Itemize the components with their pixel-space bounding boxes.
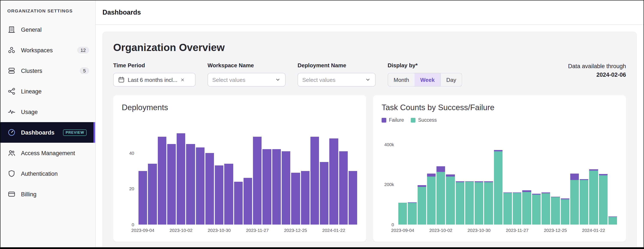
bar[interactable]: [244, 126, 252, 224]
legend-item-success[interactable]: Success: [411, 118, 437, 122]
bar-segment-failure: [522, 190, 531, 192]
bar-segment-deployments: [244, 178, 252, 224]
filter-label: Time Period: [113, 62, 196, 68]
bar[interactable]: [599, 136, 608, 224]
sidebar-item-label: Access Management: [21, 150, 75, 156]
bar-segment-success: [542, 193, 550, 224]
bar[interactable]: [532, 136, 541, 224]
bar[interactable]: [253, 126, 262, 224]
bar[interactable]: [215, 126, 224, 224]
lineage-icon: [7, 87, 16, 96]
y-axis: 02040: [122, 126, 138, 224]
y-tick-label: 0: [132, 222, 134, 227]
bar[interactable]: [224, 126, 233, 224]
bar[interactable]: [301, 126, 310, 224]
x-tick-label: 2023-09-04: [391, 228, 414, 233]
bar[interactable]: [503, 136, 512, 224]
bar[interactable]: [262, 126, 272, 224]
bar-segment-failure: [427, 173, 436, 176]
bar-segment-deployments: [339, 151, 348, 224]
chevron-down-icon: [275, 77, 281, 83]
bar[interactable]: [551, 136, 560, 224]
sidebar-item-authentication[interactable]: Authentication: [0, 163, 95, 184]
bar-segment-deployments: [167, 144, 176, 224]
bar[interactable]: [570, 136, 579, 224]
bar[interactable]: [456, 136, 464, 224]
bar[interactable]: [494, 136, 502, 224]
clear-icon[interactable]: ×: [180, 76, 184, 83]
bar-segment-deployments: [224, 164, 233, 224]
sidebar-section-title: ORGANIZATION SETTINGS: [0, 6, 95, 19]
bar[interactable]: [408, 136, 417, 224]
bar[interactable]: [291, 126, 300, 224]
bar[interactable]: [475, 136, 484, 224]
bar[interactable]: [513, 136, 522, 224]
sidebar-item-lineage[interactable]: Lineage: [0, 81, 95, 102]
sidebar-item-access-management[interactable]: Access Management: [0, 143, 95, 163]
bar-segment-deployments: [196, 148, 204, 224]
display-by-day-button[interactable]: Day: [440, 73, 462, 86]
workspace-select[interactable]: Select values: [208, 73, 286, 86]
bar[interactable]: [148, 126, 157, 224]
sidebar-item-workspaces[interactable]: Workspaces 12: [0, 40, 95, 60]
bar[interactable]: [542, 136, 550, 224]
bar-segment-success: [503, 193, 512, 224]
bar[interactable]: [436, 136, 445, 224]
task-counts-chart-card: Task Counts by Success/Failure FailureSu…: [373, 95, 626, 242]
bar-segment-success: [570, 180, 579, 224]
bar[interactable]: [177, 126, 186, 224]
bar[interactable]: [186, 126, 195, 224]
bar[interactable]: [560, 136, 570, 224]
bar[interactable]: [522, 136, 531, 224]
bar-segment-success: [475, 182, 484, 225]
legend-swatch: [411, 118, 416, 122]
bar[interactable]: [608, 136, 617, 224]
bar[interactable]: [589, 136, 598, 224]
bar[interactable]: [196, 126, 204, 224]
bar[interactable]: [446, 136, 455, 224]
bar[interactable]: [484, 136, 493, 224]
bar-segment-failure: [418, 185, 426, 187]
sidebar-item-billing[interactable]: Billing: [0, 184, 95, 204]
bar[interactable]: [320, 126, 329, 224]
bar-segment-success: [589, 170, 598, 224]
x-tick-label: 2023-10-02: [430, 228, 452, 233]
bar[interactable]: [158, 126, 166, 224]
bar[interactable]: [310, 126, 319, 224]
legend-item-failure[interactable]: Failure: [382, 118, 404, 122]
bar[interactable]: [580, 136, 588, 224]
task-counts-plot: [398, 136, 618, 224]
workspaces-icon: [7, 46, 16, 54]
bar[interactable]: [427, 136, 436, 224]
users-icon: [7, 149, 16, 157]
clusters-count-badge: 5: [80, 67, 89, 74]
deployment-select[interactable]: Select values: [298, 73, 376, 86]
bar-segment-success: [427, 176, 436, 224]
x-tick-label: 2024-01-22: [582, 228, 605, 233]
sidebar-item-dashboards[interactable]: Dashboards PREVIEW: [0, 122, 95, 143]
bar[interactable]: [282, 126, 290, 224]
bar[interactable]: [339, 126, 348, 224]
bar[interactable]: [138, 126, 147, 224]
sidebar-item-general[interactable]: General: [0, 19, 95, 40]
bar[interactable]: [234, 126, 243, 224]
display-by-month-button[interactable]: Month: [388, 73, 414, 86]
bar[interactable]: [418, 136, 426, 224]
bar-segment-failure: [570, 173, 579, 180]
bar[interactable]: [330, 126, 338, 224]
bar[interactable]: [398, 136, 407, 224]
time-period-input[interactable]: Last 6 months incl... ×: [113, 73, 196, 86]
display-by-week-button[interactable]: Week: [414, 73, 440, 86]
bar[interactable]: [272, 126, 281, 224]
sidebar-item-clusters[interactable]: Clusters 5: [0, 60, 95, 81]
bar-segment-success: [465, 182, 474, 224]
sidebar-item-usage[interactable]: Usage: [0, 102, 95, 122]
task-counts-chart: 0200k400k 2023-09-042023-10-022023-10-30…: [382, 136, 618, 234]
bar[interactable]: [465, 136, 474, 224]
bar[interactable]: [167, 126, 176, 224]
time-period-filter: Time Period Last 6 months incl... ×: [113, 62, 196, 86]
bar[interactable]: [348, 126, 357, 224]
app-window: ORGANIZATION SETTINGS General Workspaces…: [0, 0, 644, 249]
bar[interactable]: [206, 126, 214, 224]
bar-segment-failure: [436, 166, 445, 172]
